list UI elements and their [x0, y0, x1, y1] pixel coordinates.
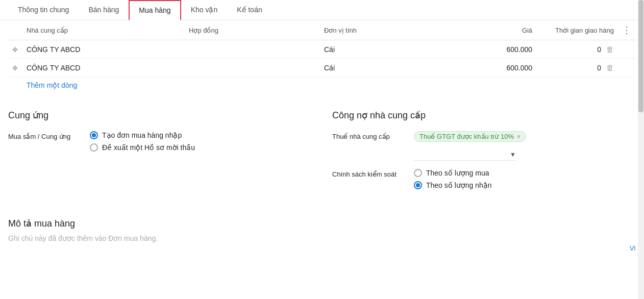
thue-controls: Thuế GTGT được khấu trừ 10% × ▼ — [414, 131, 636, 161]
cell-dvt-1[interactable]: Cái — [320, 59, 428, 77]
thue-label: Thuế nhà cung cấp — [332, 131, 414, 140]
add-row-button[interactable]: Thêm một dòng — [8, 77, 81, 93]
vendor-table: Nhà cung cấp Hợp đồng Đơn vị tính Giá Th… — [8, 20, 636, 77]
thue-dropdown-row: ▼ — [414, 149, 636, 161]
cell-tggh-0[interactable]: 0 — [597, 45, 601, 54]
chinh-sach-label: Chính sách kiểm soát — [332, 169, 414, 178]
option-so-luong-nhan-label: Theo số lượng nhận — [426, 181, 492, 189]
two-col-section: Cung ứng Mua sắm / Cung ứng Tạo đơn mua … — [0, 93, 644, 210]
drag-handle[interactable]: ✥ — [8, 59, 22, 77]
tab-ke-toan[interactable]: Kế toán — [227, 0, 271, 20]
cong-no-title: Công nợ nhà cung cấp — [332, 110, 636, 121]
col-header-drag — [8, 20, 22, 40]
col-header-menu: ⋮ — [618, 20, 636, 40]
table-row: ✥ CÔNG TY ABCD Cái 600.000 0 🗑 — [8, 59, 636, 77]
option-de-xuat-label: Đề xuất một Hồ sơ mời thầu — [102, 143, 195, 152]
option-so-luong-mua[interactable]: Theo số lượng mua — [414, 169, 636, 177]
cell-menu-0 — [618, 40, 636, 59]
radio-tao-don[interactable] — [90, 131, 98, 139]
vendor-table-section: Nhà cung cấp Hợp đồng Đơn vị tính Giá Th… — [0, 20, 644, 93]
mo-ta-lang[interactable]: VI — [630, 244, 636, 252]
drag-icon: ✥ — [12, 46, 18, 54]
thue-dropdown[interactable]: ▼ — [414, 149, 516, 161]
radio-de-xuat[interactable] — [90, 143, 98, 152]
col-header-ncc: Nhà cung cấp — [22, 20, 185, 40]
drag-handle[interactable]: ✥ — [8, 40, 22, 59]
option-so-luong-nhan[interactable]: Theo số lượng nhận — [414, 181, 636, 189]
chinh-sach-controls: Theo số lượng mua Theo số lượng nhận — [414, 169, 636, 189]
scrollbar-track[interactable] — [638, 0, 644, 254]
delete-row-icon-1[interactable]: 🗑 — [606, 63, 614, 72]
cung-ung-section: Cung ứng Mua sắm / Cung ứng Tạo đơn mua … — [8, 110, 312, 197]
tab-thong-tin-chung[interactable]: Thông tin chung — [8, 0, 79, 20]
cell-ncc-0[interactable]: CÔNG TY ABCD — [22, 40, 185, 59]
table-row: ✥ CÔNG TY ABCD Cái 600.000 0 🗑 — [8, 40, 636, 59]
mua-sam-label: Mua sắm / Cung ứng — [8, 131, 90, 140]
column-menu-icon[interactable]: ⋮ — [622, 25, 632, 35]
mua-sam-controls: Tạo đơn mua hàng nhập Đề xuất một Hồ sơ … — [90, 131, 312, 152]
mo-ta-footer: VI — [8, 242, 636, 254]
option-tao-don[interactable]: Tạo đơn mua hàng nhập — [90, 131, 312, 139]
thue-row: Thuế nhà cung cấp Thuế GTGT được khấu tr… — [332, 131, 636, 161]
tab-ban-hang[interactable]: Bán hàng — [79, 0, 129, 20]
cell-hd-0[interactable] — [185, 40, 320, 59]
col-header-tggh: Thời gian giao hàng — [536, 20, 618, 40]
tax-tag-text: Thuế GTGT được khấu trừ 10% — [419, 133, 514, 140]
chinh-sach-row: Chính sách kiểm soát Theo số lượng mua T… — [332, 169, 636, 189]
cell-dvt-0[interactable]: Cái — [320, 40, 428, 59]
col-header-hd: Hợp đồng — [185, 20, 320, 40]
tabs-bar: Thông tin chungBán hàngMua hàngKho vậnKế… — [0, 0, 644, 20]
tab-kho-van[interactable]: Kho vận — [181, 0, 228, 20]
cung-ung-title: Cung ứng — [8, 110, 312, 121]
mo-ta-title: Mô tả mua hàng — [8, 218, 636, 229]
mo-ta-section: Mô tả mua hàng Ghi chú này đã được thêm … — [0, 210, 644, 254]
option-tao-don-label: Tạo đơn mua hàng nhập — [102, 131, 182, 139]
option-so-luong-mua-label: Theo số lượng mua — [426, 169, 489, 177]
radio-so-luong-nhan[interactable] — [414, 181, 422, 189]
cell-gia-0[interactable]: 600.000 — [428, 40, 536, 59]
delete-row-icon-0[interactable]: 🗑 — [606, 45, 614, 54]
cell-gia-1[interactable]: 600.000 — [428, 59, 536, 77]
cell-menu-1 — [618, 59, 636, 77]
drag-icon: ✥ — [12, 64, 18, 72]
tax-tag: Thuế GTGT được khấu trừ 10% × — [414, 131, 526, 142]
radio-so-luong-mua[interactable] — [414, 169, 422, 177]
option-de-xuat[interactable]: Đề xuất một Hồ sơ mời thầu — [90, 143, 312, 152]
cell-tggh-1[interactable]: 0 — [597, 64, 601, 72]
scrollbar-thumb[interactable] — [638, 0, 643, 112]
tax-tag-close[interactable]: × — [517, 133, 521, 140]
mua-sam-row: Mua sắm / Cung ứng Tạo đơn mua hàng nhập… — [8, 131, 312, 152]
mo-ta-placeholder: Ghi chú này đã được thêm vào Đơn mua hàn… — [8, 234, 636, 242]
col-header-dvt: Đơn vị tính — [320, 20, 428, 40]
dropdown-arrow-icon: ▼ — [510, 151, 516, 158]
cell-actions-1: 0 🗑 — [536, 59, 618, 77]
cell-hd-1[interactable] — [185, 59, 320, 77]
cong-no-section: Công nợ nhà cung cấp Thuế nhà cung cấp T… — [332, 110, 636, 197]
col-header-gia: Giá — [428, 20, 536, 40]
cell-actions-0: 0 🗑 — [536, 40, 618, 59]
tab-mua-hang[interactable]: Mua hàng — [129, 0, 181, 20]
cell-ncc-1[interactable]: CÔNG TY ABCD — [22, 59, 185, 77]
